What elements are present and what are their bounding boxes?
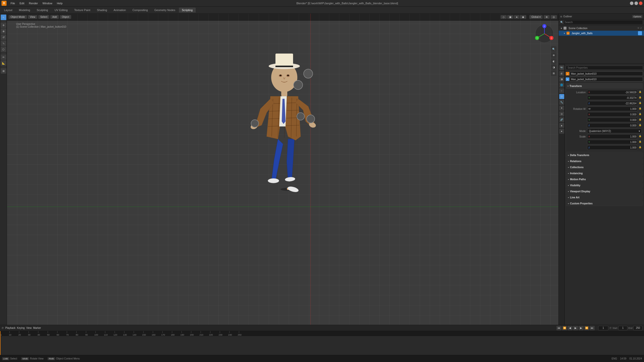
relations-section[interactable]: ▸ Relations [566,158,643,164]
viewport-tool-2[interactable]: ◐ [551,58,556,64]
tab-modeling[interactable]: Modeling [16,8,33,13]
play-btn[interactable]: ▶ [573,326,578,330]
location-x-field[interactable]: X -16.56028 [587,90,638,95]
tab-geometry-nodes[interactable]: Geometry Nodes [151,8,178,13]
prev-frame-btn[interactable]: ◀ [568,326,573,330]
select-icon[interactable]: ↺ [640,27,642,29]
viewport-tool-3[interactable]: ◑ [551,64,556,70]
tab-shading[interactable]: Shading [94,8,110,13]
location-x-lock[interactable]: 🔒 [638,90,642,94]
location-y-lock[interactable]: 🔒 [638,96,642,99]
line-art-section[interactable]: ▸ Line Art [566,195,643,200]
tab-scripting[interactable]: Scripting [179,8,196,13]
timeline-keying-menu[interactable]: Keying [17,327,25,329]
viewport-sidebar-toggle[interactable]: 🔍 [551,46,556,52]
props-particles-icon[interactable]: ✦ [559,106,564,111]
collections-section[interactable]: ▸ Collections [566,164,643,170]
scale-y-lock[interactable]: 🔒 [638,140,642,143]
start-frame-field[interactable]: 1 [618,326,627,330]
props-constraints-icon[interactable]: 🔗 [559,117,564,122]
jump-end-btn[interactable]: ⏭ [590,326,595,330]
scale-y-field[interactable]: Y 1.000 [587,140,638,144]
props-physics-icon[interactable]: ◎ [559,111,564,116]
tab-compositing[interactable]: Compositing [129,8,151,13]
tool-rotate[interactable]: ↺ [1,34,6,40]
location-z-lock[interactable]: 🔒 [638,101,642,105]
tool-annotate[interactable]: ✏ [1,54,6,60]
props-search-input[interactable] [566,66,643,70]
rotation-w-field[interactable]: W 1.000 [587,107,638,111]
next-keyframe-btn[interactable]: ⏩ [584,326,589,330]
3d-viewport[interactable]: Object Mode View Select Add Object ◇ ▣ ●… [7,14,558,325]
delta-transform-section[interactable]: ▸ Delta Transform [566,152,643,158]
object-data-name-field[interactable]: Man_jacket_button010 [570,77,643,81]
viewport-tool-4[interactable]: ⊞ [551,70,556,76]
timeline-tracks[interactable] [0,336,644,355]
motion-paths-section[interactable]: ▸ Motion Paths [566,176,643,182]
outliner-search-input[interactable] [564,20,642,24]
props-object-icon[interactable]: ⊡ [559,94,564,99]
menu-edit[interactable]: Edit [18,1,26,5]
menu-window[interactable]: Window [41,1,54,5]
menu-file[interactable]: File [9,1,17,5]
tab-sculpting[interactable]: Sculpting [34,8,51,13]
end-frame-field[interactable]: 250 [633,326,642,330]
scale-z-lock[interactable]: 🔒 [638,145,642,149]
viewport-tool-1[interactable]: ⊕ [551,52,556,58]
custom-properties-section[interactable]: ▸ Custom Properties [566,201,643,206]
rotation-z-field[interactable]: Z 0.000 [587,123,638,128]
props-scene-icon[interactable]: 🌐 [559,82,564,87]
props-view-layer-icon[interactable]: ◨ [559,77,564,82]
location-y-field[interactable]: Y -0.33274 [587,96,638,100]
rotation-x-lock[interactable]: 🔒 [638,112,642,116]
scale-x-lock[interactable]: 🔒 [638,134,642,138]
rotation-z-lock[interactable]: 🔒 [638,123,642,127]
eye-icon[interactable]: 👁 [637,27,639,29]
timeline-ruler[interactable]: 1 10 20 30 40 50 60 70 80 [0,331,644,336]
close-button[interactable] [639,2,642,5]
instancing-section[interactable]: ▸ Instancing [566,170,643,176]
current-frame-field[interactable]: 1 [598,326,608,330]
rotation-y-field[interactable]: Y 0.000 [587,118,638,122]
props-world-icon[interactable]: ○ [559,88,564,93]
props-material-icon[interactable]: ● [559,129,564,134]
transform-section-header[interactable]: ▾ Transform [566,83,643,89]
tool-measure[interactable]: 📐 [1,60,6,66]
prev-keyframe-btn[interactable]: ⏪ [562,326,567,330]
props-modifier-icon[interactable]: 🔧 [559,100,564,105]
maximize-button[interactable] [634,2,638,5]
rotation-y-lock[interactable]: 🔒 [638,118,642,121]
menu-render[interactable]: Render [27,1,40,5]
location-z-field[interactable]: Z -22.86264 [587,101,638,106]
props-output-icon[interactable]: 🖨 [559,71,564,76]
outliner-options-btn[interactable]: Options [632,15,642,18]
timeline-view-menu[interactable]: View [26,327,32,329]
tool-scale[interactable]: ⤡ [1,40,6,46]
jump-start-btn[interactable]: ⏮ [556,326,561,330]
scale-x-field[interactable]: X 1.000 [587,134,638,139]
outliner-scene-collection[interactable]: ▾ ⊡ Scene Collection 👁 ↺ [559,26,644,31]
object-name-field[interactable]: Man_jacket_button010 [570,71,643,76]
props-object-data-icon[interactable]: ▲ [559,123,564,128]
rotation-w-lock[interactable]: 🔒 [638,107,642,110]
tool-transform[interactable]: ⬡ [1,47,6,52]
props-render-icon[interactable]: 📷 [559,65,564,70]
tool-add[interactable]: ⊞ [1,68,6,74]
rotation-x-field[interactable]: X 0.000 [587,112,638,117]
viewport-display-section[interactable]: ▸ Viewport Display [566,189,643,194]
tab-layout[interactable]: Layout [1,8,15,13]
minimize-button[interactable] [630,2,633,5]
tab-uv-editing[interactable]: UV Editing [52,8,71,13]
outliner-jangler-item[interactable]: ▾ ▲ Jangler_with_Balls [559,31,644,36]
tool-move[interactable]: ⊕ [1,28,6,34]
visibility-section[interactable]: ▸ Visibility [566,183,643,188]
tab-texture-paint[interactable]: Texture Paint [71,8,93,13]
timeline-marker-menu[interactable]: Marker [33,327,41,329]
navigation-gizmo[interactable]: Z X Y [534,24,554,44]
scale-z-field[interactable]: Z 1.000 [587,145,638,150]
menu-help[interactable]: Help [55,1,65,5]
tool-select[interactable]: ↖ [1,15,6,20]
rotation-mode-dropdown[interactable]: Quaternion (WXYZ) ▾ [587,129,642,133]
tab-animation[interactable]: Animation [111,8,129,13]
tool-cursor[interactable]: ✛ [1,22,6,28]
